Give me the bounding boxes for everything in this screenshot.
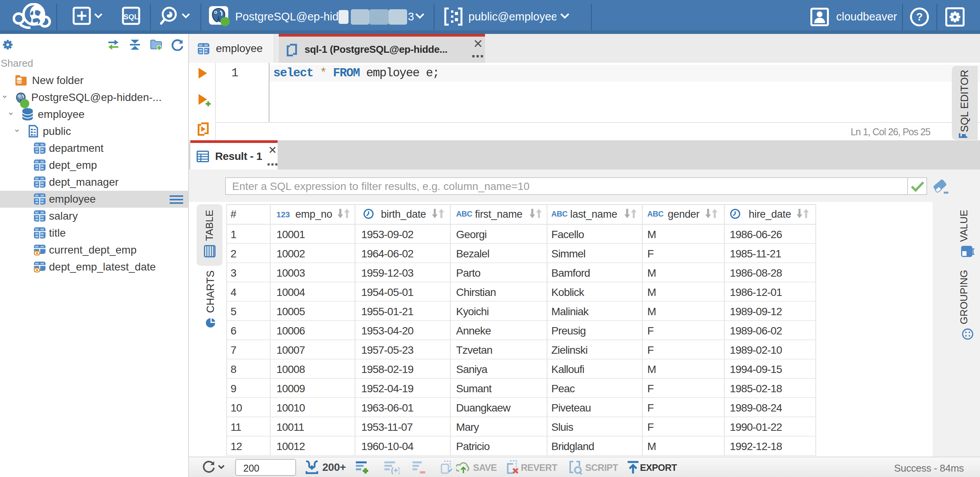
svg-text:(+): (+) (391, 466, 399, 474)
svg-text:SQL: SQL (123, 13, 138, 21)
svg-text:?: ? (916, 11, 923, 23)
